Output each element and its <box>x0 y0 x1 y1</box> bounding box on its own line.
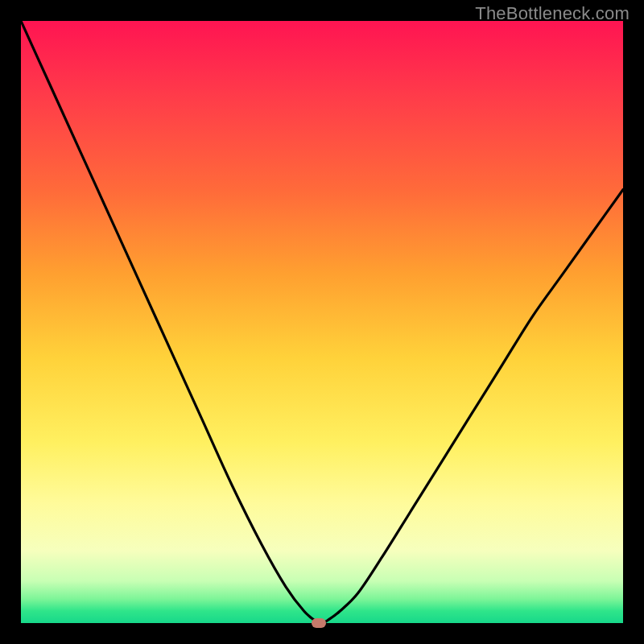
minimum-marker <box>312 618 326 628</box>
watermark-text: TheBottleneck.com <box>475 3 630 24</box>
bottleneck-curve <box>21 21 623 623</box>
chart-frame: TheBottleneck.com <box>0 0 644 644</box>
plot-area <box>21 21 623 623</box>
